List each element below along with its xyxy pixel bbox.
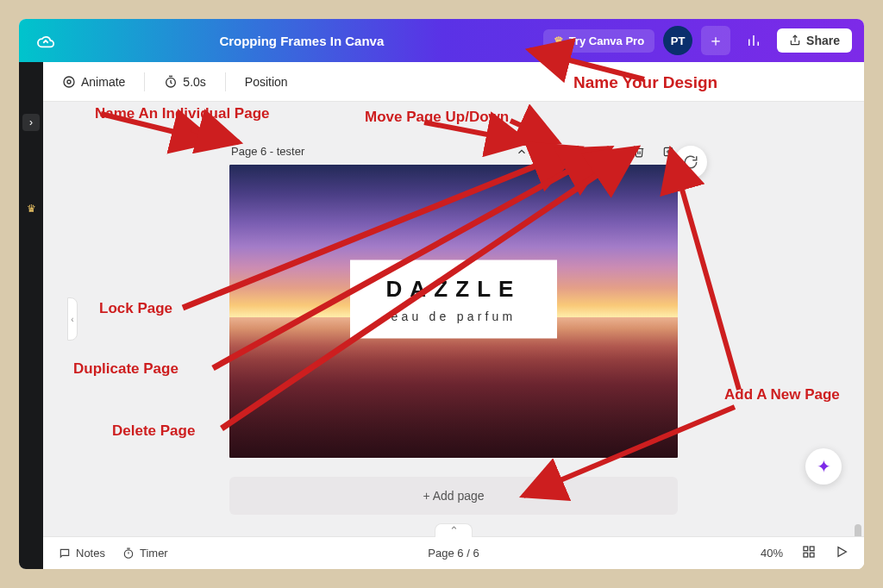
add-button[interactable]: ＋ bbox=[701, 26, 730, 55]
duration-label: 5.0s bbox=[183, 75, 205, 89]
notes-button[interactable]: Notes bbox=[59, 547, 105, 560]
toolbar-divider-2 bbox=[225, 72, 226, 91]
page-canvas[interactable]: DAZZLE eau de parfum bbox=[229, 165, 678, 458]
brand-title: DAZZLE bbox=[371, 276, 536, 303]
position-button[interactable]: Position bbox=[238, 72, 295, 92]
panel-expand-handle[interactable]: ‹ bbox=[67, 297, 78, 341]
toolbar-divider bbox=[144, 72, 145, 91]
design-title[interactable]: Cropping Frames In Canva bbox=[71, 34, 533, 48]
svg-rect-4 bbox=[577, 151, 584, 155]
svg-rect-10 bbox=[804, 553, 808, 557]
zoom-level[interactable]: 40% bbox=[761, 547, 783, 560]
editor-toolbar: Animate 5.0s Position bbox=[43, 62, 864, 102]
try-pro-label: Try Canva Pro bbox=[569, 34, 644, 47]
lock-page-icon[interactable] bbox=[573, 146, 588, 158]
svg-rect-8 bbox=[804, 547, 808, 551]
svg-rect-5 bbox=[608, 149, 614, 155]
add-page-icon[interactable] bbox=[661, 146, 676, 158]
svg-point-2 bbox=[67, 80, 71, 84]
timer-label: Timer bbox=[140, 547, 168, 560]
animate-button[interactable]: Animate bbox=[55, 72, 132, 92]
delete-page-icon[interactable] bbox=[631, 146, 647, 158]
avatar[interactable]: PT bbox=[663, 26, 692, 55]
app-window: Cropping Frames In Canva ♛ Try Canva Pro… bbox=[19, 19, 864, 569]
animate-label: Animate bbox=[81, 75, 125, 89]
share-label: Share bbox=[806, 34, 840, 47]
position-label: Position bbox=[245, 75, 288, 89]
page-icons bbox=[514, 146, 676, 158]
footer-expand-tab[interactable]: ⌃ bbox=[435, 523, 473, 537]
share-button[interactable]: Share bbox=[777, 28, 852, 53]
page-name-input[interactable]: Page 6 - tester bbox=[231, 145, 304, 158]
cloud-sync-icon[interactable] bbox=[31, 26, 60, 55]
main-panel: Animate 5.0s Position Page 6 - tester bbox=[43, 62, 864, 569]
grid-view-icon[interactable] bbox=[802, 545, 816, 561]
page-canvas-wrap: DAZZLE eau de parfum bbox=[229, 165, 678, 458]
canvas-area: Page 6 - tester bbox=[43, 102, 864, 536]
svg-rect-9 bbox=[810, 547, 814, 551]
bottom-bar: ⌃ Notes Timer Page 6 / 6 40% bbox=[43, 536, 864, 569]
move-up-icon[interactable] bbox=[514, 146, 529, 158]
page-indicator: Page 6 / 6 bbox=[428, 547, 479, 560]
element-refresh-button[interactable] bbox=[674, 146, 707, 178]
crown-icon: ♛ bbox=[554, 34, 564, 47]
svg-rect-11 bbox=[810, 553, 814, 557]
notes-label: Notes bbox=[76, 547, 105, 560]
top-header: Cropping Frames In Canva ♛ Try Canva Pro… bbox=[19, 19, 864, 62]
present-icon[interactable] bbox=[835, 545, 849, 561]
add-page-button[interactable]: + Add page bbox=[229, 477, 678, 515]
move-down-icon[interactable] bbox=[543, 146, 559, 158]
brand-subtitle: eau de parfum bbox=[371, 310, 536, 323]
try-pro-button[interactable]: ♛ Try Canva Pro bbox=[543, 29, 654, 53]
sidebar-item-1[interactable]: › bbox=[22, 114, 40, 131]
add-page-label: + Add page bbox=[423, 489, 484, 503]
svg-point-7 bbox=[124, 549, 132, 557]
timer-button[interactable]: Timer bbox=[122, 547, 168, 560]
duration-button[interactable]: 5.0s bbox=[157, 72, 212, 92]
text-box[interactable]: DAZZLE eau de parfum bbox=[350, 260, 557, 339]
page-header-row: Page 6 - tester bbox=[229, 145, 678, 165]
vertical-scrollbar[interactable] bbox=[855, 153, 861, 504]
analytics-icon[interactable] bbox=[739, 26, 768, 55]
app-body: › ♛ Animate 5.0s Position bbox=[19, 62, 864, 569]
svg-marker-12 bbox=[838, 547, 846, 557]
left-sidebar: › ♛ bbox=[19, 62, 43, 569]
duplicate-page-icon[interactable] bbox=[602, 146, 617, 158]
sidebar-item-crown[interactable]: ♛ bbox=[22, 200, 40, 217]
sidebar-item-3[interactable] bbox=[22, 286, 40, 303]
svg-point-1 bbox=[64, 77, 74, 87]
magic-button[interactable]: ✦ bbox=[805, 448, 842, 485]
